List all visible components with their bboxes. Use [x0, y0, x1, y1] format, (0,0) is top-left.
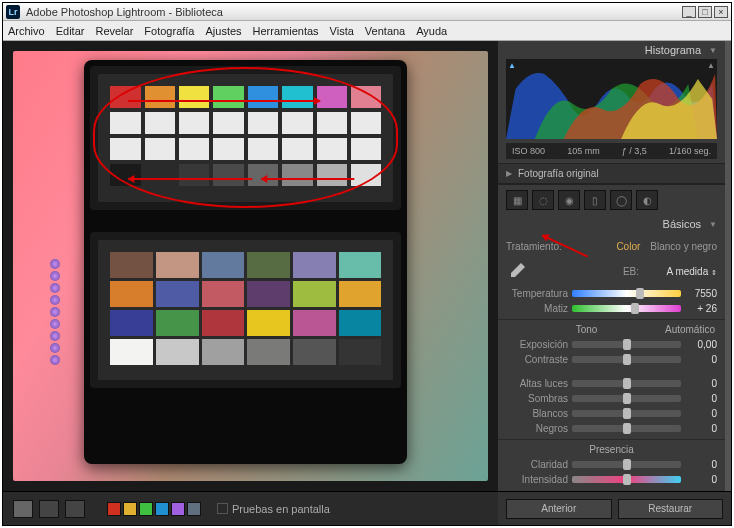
- swatch: [248, 112, 278, 134]
- clip-highlight-icon[interactable]: ▲: [707, 61, 715, 70]
- maximize-button[interactable]: □: [698, 6, 712, 18]
- blacks-value[interactable]: 0: [685, 423, 717, 434]
- swatch: [317, 86, 347, 108]
- wb-dropdown[interactable]: A medida ⇕: [647, 266, 717, 277]
- swatch: [339, 252, 382, 278]
- whites-value[interactable]: 0: [685, 408, 717, 419]
- label-swatch[interactable]: [107, 502, 121, 516]
- clip-shadow-icon[interactable]: ▲: [508, 61, 516, 70]
- menu-editar[interactable]: Editar: [56, 25, 85, 37]
- swatch: [317, 164, 347, 186]
- basics-header[interactable]: Básicos ▼: [498, 215, 725, 233]
- swatch: [339, 281, 382, 307]
- swatch: [110, 281, 153, 307]
- reset-button[interactable]: Restaurar: [618, 499, 724, 519]
- swatch: [179, 86, 209, 108]
- chevron-right-icon: ▶: [506, 169, 512, 178]
- shadows-value[interactable]: 0: [685, 393, 717, 404]
- treatment-row: Tratamiento: Color Blanco y negro: [498, 237, 725, 256]
- gradient-tool-button[interactable]: ▯: [584, 190, 606, 210]
- minimize-button[interactable]: _: [682, 6, 696, 18]
- swatch: [293, 281, 336, 307]
- swatch: [145, 112, 175, 134]
- basics-panel: Tratamiento: Color Blanco y negro EB: A …: [498, 233, 725, 491]
- wb-eyedropper-button[interactable]: [506, 260, 528, 282]
- preview-area[interactable]: [3, 41, 498, 491]
- redeye-tool-button[interactable]: ◉: [558, 190, 580, 210]
- menu-vista[interactable]: Vista: [330, 25, 354, 37]
- crop-tool-button[interactable]: ▦: [506, 190, 528, 210]
- auto-tone-button[interactable]: Automático: [665, 324, 715, 335]
- shadows-slider[interactable]: [572, 395, 681, 402]
- contrast-value[interactable]: 0: [685, 354, 717, 365]
- soft-proof-toggle[interactable]: Pruebas en pantalla: [217, 503, 330, 515]
- split-view-button[interactable]: [65, 500, 85, 518]
- histogram-info: ISO 800 105 mm ƒ / 3,5 1/160 seg.: [506, 143, 717, 159]
- chevron-down-icon: ▼: [709, 220, 717, 229]
- menu-ventana[interactable]: Ventana: [365, 25, 405, 37]
- highlights-slider[interactable]: [572, 380, 681, 387]
- vibrance-slider[interactable]: [572, 476, 681, 483]
- label-swatch[interactable]: [155, 502, 169, 516]
- exposure-label: Exposición: [506, 339, 568, 350]
- blacks-slider[interactable]: [572, 425, 681, 432]
- clarity-slider[interactable]: [572, 461, 681, 468]
- histogram-plot[interactable]: ▲ ▲: [506, 59, 717, 139]
- swatch: [351, 86, 381, 108]
- blacks-label: Negros: [506, 423, 568, 434]
- histogram-header[interactable]: Histograma ▼: [498, 41, 725, 59]
- compare-view-button[interactable]: [39, 500, 59, 518]
- temp-value[interactable]: 7550: [685, 288, 717, 299]
- sidebar-scrollbar[interactable]: [725, 41, 731, 491]
- clarity-value[interactable]: 0: [685, 459, 717, 470]
- loupe-view-button[interactable]: [13, 500, 33, 518]
- label-swatch[interactable]: [187, 502, 201, 516]
- brush-tool-button[interactable]: ◐: [636, 190, 658, 210]
- swatch: [293, 310, 336, 336]
- label-swatch[interactable]: [139, 502, 153, 516]
- swatch: [179, 138, 209, 160]
- menu-herramientas[interactable]: Herramientas: [253, 25, 319, 37]
- swatch: [145, 164, 175, 186]
- menu-ayuda[interactable]: Ayuda: [416, 25, 447, 37]
- vibrance-value[interactable]: 0: [685, 474, 717, 485]
- sidebar-footer: Anterior Restaurar: [498, 491, 731, 525]
- highlights-value[interactable]: 0: [685, 378, 717, 389]
- titlebar[interactable]: Lr Adobe Photoshop Lightroom - Bibliotec…: [3, 3, 731, 21]
- swatch: [247, 281, 290, 307]
- app-icon: Lr: [6, 5, 20, 19]
- tint-value[interactable]: + 26: [685, 303, 717, 314]
- spot-tool-button[interactable]: ◌: [532, 190, 554, 210]
- treatment-bw-button[interactable]: Blanco y negro: [650, 241, 717, 252]
- close-button[interactable]: ×: [714, 6, 728, 18]
- previous-button[interactable]: Anterior: [506, 499, 612, 519]
- label-swatch[interactable]: [123, 502, 137, 516]
- swatch: [202, 339, 245, 365]
- treatment-color-button[interactable]: Color: [616, 241, 640, 252]
- menu-archivo[interactable]: Archivo: [8, 25, 45, 37]
- highlights-label: Altas luces: [506, 378, 568, 389]
- original-photo-toggle[interactable]: ▶ Fotografía original: [498, 163, 725, 184]
- swatch: [110, 138, 140, 160]
- menu-fotografía[interactable]: Fotografía: [144, 25, 194, 37]
- bracelet-charm: [32, 257, 77, 457]
- swatch: [145, 138, 175, 160]
- exposure-value[interactable]: 0,00: [685, 339, 717, 350]
- tint-slider[interactable]: [572, 305, 681, 312]
- label-swatches[interactable]: [107, 502, 201, 516]
- radial-tool-button[interactable]: ◯: [610, 190, 632, 210]
- temp-slider[interactable]: [572, 290, 681, 297]
- swatch: [179, 164, 209, 186]
- whites-slider[interactable]: [572, 410, 681, 417]
- contrast-slider[interactable]: [572, 356, 681, 363]
- swatch: [351, 112, 381, 134]
- swatch: [247, 339, 290, 365]
- swatch: [179, 112, 209, 134]
- app-window: Lr Adobe Photoshop Lightroom - Bibliotec…: [2, 2, 732, 526]
- window-title: Adobe Photoshop Lightroom - Biblioteca: [26, 6, 223, 18]
- swatch: [110, 252, 153, 278]
- exposure-slider[interactable]: [572, 341, 681, 348]
- menu-ajustes[interactable]: Ajustes: [205, 25, 241, 37]
- menu-revelar[interactable]: Revelar: [95, 25, 133, 37]
- label-swatch[interactable]: [171, 502, 185, 516]
